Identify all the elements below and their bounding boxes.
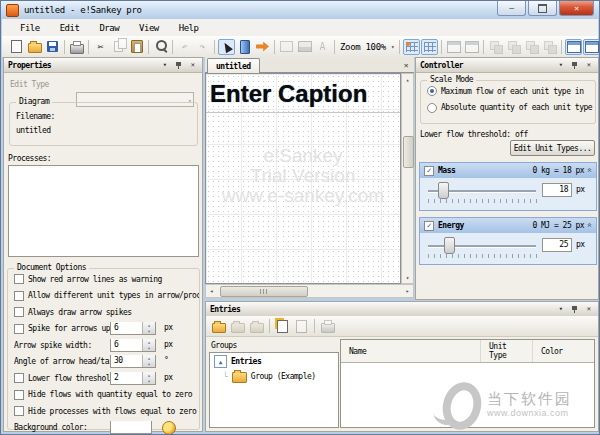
pin-icon[interactable] — [173, 60, 184, 71]
copy-button[interactable] — [110, 39, 127, 55]
hide-processes-checkbox[interactable] — [14, 406, 24, 416]
new-group-button[interactable] — [210, 318, 227, 334]
spike-up-checkbox[interactable] — [14, 324, 24, 334]
scroll-down-icon[interactable]: ▾ — [402, 272, 413, 283]
mass-value-input[interactable]: 18 — [542, 183, 572, 197]
send-back-button[interactable] — [541, 39, 558, 55]
document-tab[interactable]: untitled — [207, 58, 260, 74]
edit-unit-types-button[interactable]: Edit Unit Types... — [510, 140, 595, 156]
maximize-button[interactable] — [528, 1, 557, 16]
lower-threshold-checkbox[interactable] — [14, 373, 24, 383]
collapse-icon[interactable]: » — [586, 224, 595, 228]
controller-panel-header[interactable]: Controller ▾ ✕ — [416, 58, 598, 73]
edit-entry-button[interactable] — [293, 318, 310, 334]
draw-spikes-checkbox[interactable] — [14, 307, 24, 317]
processes-listbox[interactable] — [8, 165, 199, 257]
zoom-dropdown-icon[interactable]: ▾ — [391, 43, 394, 50]
fit-page-button[interactable] — [445, 39, 462, 55]
menu-edit[interactable]: Edit — [50, 21, 90, 35]
spike-width-spinner[interactable]: 6▴▾ — [110, 339, 156, 352]
pin-icon[interactable] — [569, 60, 580, 71]
paste-button[interactable] — [128, 39, 145, 55]
menu-file[interactable]: File — [10, 21, 50, 35]
background-color-swatch[interactable] — [110, 421, 152, 434]
delete-group-button[interactable] — [248, 318, 265, 334]
max-flow-radio[interactable] — [427, 86, 437, 96]
color-picker-icon[interactable] — [162, 421, 176, 434]
canvas-vertical-scrollbar[interactable]: ▴ ▾ — [401, 73, 414, 284]
spinner-arrows-icon[interactable]: ▴▾ — [142, 355, 155, 367]
warning-lines-checkbox[interactable] — [14, 274, 24, 284]
menu-draw[interactable]: Draw — [89, 21, 129, 35]
redo-button[interactable]: ↷ — [194, 39, 211, 55]
menu-help[interactable]: Help — [169, 21, 209, 35]
delete-entry-button[interactable] — [319, 318, 336, 334]
undo-button[interactable]: ↶ — [176, 39, 193, 55]
image-tool-button[interactable] — [296, 39, 313, 55]
panel-controller-toggle[interactable] — [583, 39, 600, 55]
process-tool-button[interactable] — [236, 39, 253, 55]
menu-view[interactable]: View — [129, 21, 169, 35]
spinner-arrows-icon[interactable]: ▴▾ — [142, 372, 155, 384]
panel-close-icon[interactable]: ✕ — [583, 60, 594, 71]
scroll-left-icon[interactable]: ◂ — [206, 285, 217, 296]
hide-flows-checkbox[interactable] — [14, 390, 24, 400]
select-tool-button[interactable] — [218, 39, 235, 55]
print-button[interactable] — [68, 39, 85, 55]
groups-tree[interactable]: ▲ Entries └ Group (Example) — [209, 352, 339, 428]
panel-close-icon[interactable]: ✕ — [583, 304, 594, 315]
title-bar[interactable]: untitled - e!Sankey pro – ✕ — [1, 1, 599, 19]
send-backward-button[interactable] — [523, 39, 540, 55]
mass-slider-thumb[interactable] — [438, 182, 449, 199]
absolute-quantity-radio[interactable] — [427, 103, 437, 113]
new-document-button[interactable] — [8, 39, 25, 55]
diagram-caption[interactable]: Enter Caption — [210, 80, 367, 108]
spinner-arrows-icon[interactable]: ▴▾ — [142, 322, 155, 334]
find-button[interactable] — [152, 39, 169, 55]
unit-card-header[interactable]: ✓ Energy 0 MJ = 25 px » — [420, 218, 596, 233]
mass-checkbox[interactable]: ✓ — [424, 166, 434, 176]
properties-panel-header[interactable]: Properties ▾ ✕ — [4, 58, 202, 73]
scroll-right-icon[interactable]: ▸ — [402, 285, 413, 296]
spike-up-spinner[interactable]: 6▴▾ — [110, 322, 156, 335]
snap-grid-button[interactable] — [403, 39, 420, 55]
entries-panel-header[interactable]: Entries ▾ ✕ — [206, 302, 598, 317]
zoom-value[interactable]: 100% — [365, 42, 385, 52]
energy-value-input[interactable]: 25 — [542, 238, 572, 252]
scroll-up-icon[interactable]: ▴ — [402, 74, 413, 85]
panel-close-icon[interactable]: ✕ — [187, 60, 198, 71]
spinner-arrows-icon[interactable]: ▴▾ — [142, 339, 155, 351]
bring-front-button[interactable] — [487, 39, 504, 55]
minimize-button[interactable]: – — [497, 1, 526, 16]
arrow-tool-button[interactable] — [254, 39, 271, 55]
new-entry-button[interactable] — [274, 318, 291, 334]
diagram-canvas[interactable]: Enter Caption e!Sankey Trial Version www… — [205, 73, 401, 284]
threshold-spinner[interactable]: 2▴▾ — [110, 372, 156, 385]
angle-spinner[interactable]: 30▴▾ — [110, 355, 156, 368]
panel-menu-icon[interactable]: ▾ — [555, 304, 566, 315]
canvas-horizontal-scrollbar[interactable]: ◂ ▸ — [205, 284, 414, 298]
fit-selection-button[interactable] — [463, 39, 480, 55]
energy-slider-thumb[interactable] — [444, 237, 455, 254]
tab-close-icon[interactable]: ✕ — [400, 59, 412, 71]
column-header-name[interactable]: Name — [341, 340, 480, 362]
shape-tool-button[interactable] — [278, 39, 295, 55]
tree-item-group-example[interactable]: └ Group (Example) — [210, 368, 338, 383]
column-header-unit-type[interactable]: Unit Type — [480, 340, 532, 362]
show-grid-button[interactable] — [421, 39, 438, 55]
pin-icon[interactable] — [569, 304, 580, 315]
close-button[interactable]: ✕ — [559, 1, 594, 16]
energy-checkbox[interactable]: ✓ — [424, 221, 434, 231]
column-header-color[interactable]: Color — [532, 340, 594, 362]
panel-menu-icon[interactable]: ▾ — [555, 60, 566, 71]
panel-menu-icon[interactable]: ▾ — [159, 60, 170, 71]
vertical-scroll-thumb[interactable] — [403, 136, 414, 168]
text-tool-button[interactable]: A — [314, 39, 331, 55]
cut-button[interactable]: ✂ — [92, 39, 109, 55]
bring-forward-button[interactable] — [505, 39, 522, 55]
panel-properties-toggle[interactable] — [565, 39, 582, 55]
horizontal-scroll-thumb[interactable] — [220, 286, 308, 297]
tree-item-entries[interactable]: ▲ Entries — [210, 353, 338, 368]
edit-group-button[interactable] — [229, 318, 246, 334]
collapse-icon[interactable]: » — [586, 169, 595, 173]
